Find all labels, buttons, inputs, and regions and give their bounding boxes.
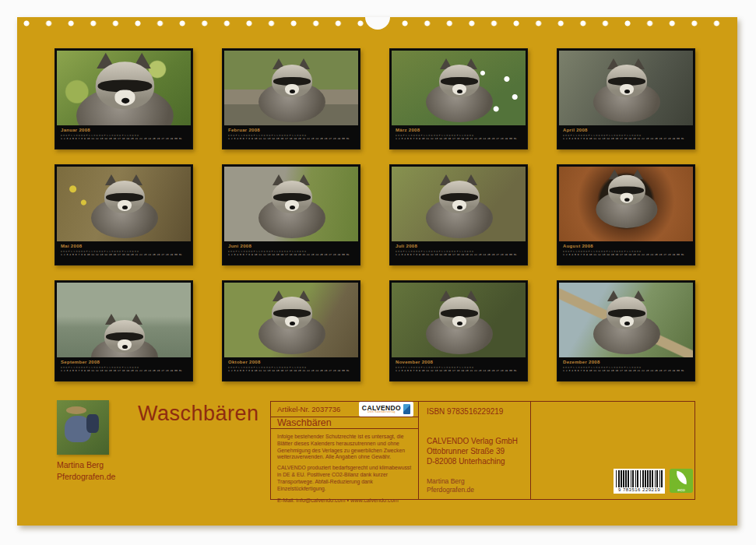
calendar-back-page: Januar 2008 D M D F S S M D M D F S S M … (17, 17, 737, 526)
thumb-dezember: Dezember 2008 D M D F S S M D M D F S S … (557, 280, 695, 382)
weekday-letters-row: D M D F S S M D M D F S S M D M D F S S … (228, 250, 356, 253)
publisher-name: CALVENDO Verlag GmbH (427, 436, 522, 446)
author-credit: Martina Berg Pferdografen.de (57, 459, 115, 483)
author-photo (57, 400, 109, 455)
author-name: Martina Berg (57, 459, 115, 471)
calendar-back-cover: { "title": "Waschbären", "author": { "na… (0, 0, 756, 545)
month-label: März 2008 (396, 128, 522, 132)
eco-logo: eco (670, 469, 693, 493)
ean-barcode: 9 783516 229219 (614, 469, 665, 494)
weekday-letters-row: D M D F S S M D M D F S S M D M D F S S … (61, 366, 188, 369)
weekday-letters-row: D M D F S S M D M D F S S M D M D F S S … (396, 134, 523, 137)
day-numbers-row: 1 2 3 4 5 6 7 8 9 10 11 12 13 14 15 16 1… (563, 137, 691, 140)
day-numbers-row: 1 2 3 4 5 6 7 8 9 10 11 12 13 14 15 16 1… (396, 253, 523, 256)
mini-calendar-strip: Oktober 2008 D M D F S S M D M D F S S M… (224, 357, 358, 381)
contact-email-line: E-Mail: info@calvendo.com • www.calvendo… (277, 497, 412, 505)
info-left-cell: Artikel-Nr. 2037736 CALVENDO Dein Kalend… (271, 402, 419, 499)
mini-calendar-strip: März 2008 D M D F S S M D M D F S S M D … (392, 125, 526, 149)
month-label: Februar 2008 (228, 128, 354, 132)
weekday-letters-row: D M D F S S M D M D F S S M D M D F S S … (563, 366, 691, 369)
author-site: Pferdografen.de (57, 471, 115, 483)
artikel-number: Artikel-Nr. 2037736 (277, 405, 340, 413)
raccoon-photo-maerz (392, 51, 526, 125)
day-numbers-row: 1 2 3 4 5 6 7 8 9 10 11 12 13 14 15 16 1… (563, 369, 691, 372)
publisher-street: Ottobrunner Straße 39 (427, 446, 522, 456)
mini-calendar-strip: Juli 2008 D M D F S S M D M D F S S M D … (392, 241, 526, 265)
publisher-city: D-82008 Unterhaching (427, 456, 522, 466)
info-title-row: Waschbären (271, 417, 418, 429)
weekday-letters-row: D M D F S S M D M D F S S M D M D F S S … (61, 250, 188, 253)
raccoon-photo-juni (224, 167, 358, 241)
day-numbers-row: 1 2 3 4 5 6 7 8 9 10 11 12 13 14 15 16 1… (396, 137, 523, 140)
calvendo-logo: CALVENDO Dein Kalenderverlag (359, 402, 413, 417)
raccoon-figure (68, 57, 181, 125)
day-numbers-row: 1 2 3 4 5 6 7 8 9 10 11 12 13 14 15 16 1… (563, 253, 691, 256)
weekday-letters-row: D M D F S S M D M D F S S M D M D F S S … (396, 250, 523, 253)
thumb-mai: Mai 2008 D M D F S S M D M D F S S M D M… (55, 164, 193, 265)
calendar-title: Waschbären (138, 402, 259, 426)
day-numbers-row: 1 2 3 4 5 6 7 8 9 10 11 12 13 14 15 16 1… (228, 369, 356, 372)
contact-site: Pferdografen.de (427, 486, 522, 494)
day-numbers-row: 1 2 3 4 5 6 7 8 9 10 11 12 13 14 15 16 1… (228, 137, 356, 140)
mini-calendar-strip: Dezember 2008 D M D F S S M D M D F S S … (559, 357, 693, 381)
raccoon-photo-august (559, 167, 693, 241)
raccoon-figure (420, 294, 498, 354)
raccoon-figure (85, 178, 163, 238)
month-label: Dezember 2008 (563, 360, 689, 364)
raccoon-photo-juli (392, 167, 526, 241)
mini-calendar-strip: November 2008 D M D F S S M D M D F S S … (392, 357, 526, 381)
month-label: Januar 2008 (61, 128, 187, 132)
weekday-letters-row: D M D F S S M D M D F S S M D M D F S S … (228, 366, 356, 369)
author-contact-block: Martina Berg Pferdografen.de (427, 477, 522, 495)
raccoon-figure (420, 62, 498, 122)
month-label: August 2008 (563, 244, 689, 248)
day-numbers-row: 1 2 3 4 5 6 7 8 9 10 11 12 13 14 15 16 1… (61, 369, 188, 372)
barcode-number: 9 783516 229219 (616, 487, 663, 493)
thumb-april: April 2008 D M D F S S M D M D F S S M D… (557, 48, 695, 149)
legal-paragraph-2: CALVENDO produziert bedarfsgerecht und k… (277, 465, 412, 492)
thumb-januar: Januar 2008 D M D F S S M D M D F S S M … (55, 48, 193, 149)
day-numbers-row: 1 2 3 4 5 6 7 8 9 10 11 12 13 14 15 16 1… (396, 369, 523, 372)
calvendo-logo-text: CALVENDO Dein Kalenderverlag (362, 405, 401, 414)
thumb-august: August 2008 D M D F S S M D M D F S S M … (557, 164, 695, 265)
isbn-number: ISBN 9783516229219 (427, 407, 522, 416)
raccoon-figure (587, 294, 665, 354)
month-label: Juni 2008 (228, 244, 354, 248)
month-label: Oktober 2008 (228, 360, 354, 364)
thumb-juni: Juni 2008 D M D F S S M D M D F S S M D … (222, 164, 360, 265)
month-label: Mai 2008 (61, 244, 187, 248)
month-label: April 2008 (563, 128, 689, 132)
raccoon-figure (590, 172, 662, 228)
thumb-september: September 2008 D M D F S S M D M D F S S… (55, 280, 193, 382)
legal-text-block: Infolge bestehender Schutzrechte ist es … (271, 429, 418, 510)
day-numbers-row: 1 2 3 4 5 6 7 8 9 10 11 12 13 14 15 16 1… (61, 253, 188, 256)
weekday-letters-row: D M D F S S M D M D F S S M D M D F S S … (228, 134, 356, 137)
raccoon-photo-oktober (224, 283, 358, 357)
thumb-maerz: März 2008 D M D F S S M D M D F S S M D … (389, 48, 528, 149)
mini-calendar-strip: September 2008 D M D F S S M D M D F S S… (57, 357, 191, 381)
artikel-row: Artikel-Nr. 2037736 CALVENDO Dein Kalend… (271, 402, 418, 417)
product-info-box: Artikel-Nr. 2037736 CALVENDO Dein Kalend… (270, 401, 695, 500)
contact-name: Martina Berg (427, 477, 522, 486)
author-hat-shape (66, 406, 86, 414)
raccoon-photo-september (57, 283, 191, 357)
month-label: November 2008 (396, 360, 522, 364)
day-numbers-row: 1 2 3 4 5 6 7 8 9 10 11 12 13 14 15 16 1… (228, 253, 356, 256)
raccoon-photo-dezember (559, 283, 693, 357)
raccoon-photo-november (392, 283, 526, 357)
thumb-februar: Februar 2008 D M D F S S M D M D F S S M… (222, 48, 360, 149)
raccoon-photo-april (559, 51, 693, 125)
raccoon-figure (252, 294, 330, 354)
weekday-letters-row: D M D F S S M D M D F S S M D M D F S S … (61, 134, 188, 137)
mini-calendar-strip: Februar 2008 D M D F S S M D M D F S S M… (224, 125, 358, 149)
raccoon-photo-februar (224, 51, 358, 125)
mini-calendar-strip: Mai 2008 D M D F S S M D M D F S S M D M… (57, 241, 191, 265)
info-middle-cell: ISBN 9783516229219 CALVENDO Verlag GmbH … (419, 402, 531, 499)
weekday-letters-row: D M D F S S M D M D F S S M D M D F S S … (563, 250, 691, 253)
calvendo-tagline: Dein Kalenderverlag (367, 411, 396, 414)
raccoon-figure (252, 62, 330, 122)
barcode-bars (616, 470, 663, 487)
calvendo-door-icon (403, 404, 410, 414)
mini-calendar-strip: Januar 2008 D M D F S S M D M D F S S M … (57, 125, 191, 149)
author-backpack-shape (86, 414, 99, 433)
